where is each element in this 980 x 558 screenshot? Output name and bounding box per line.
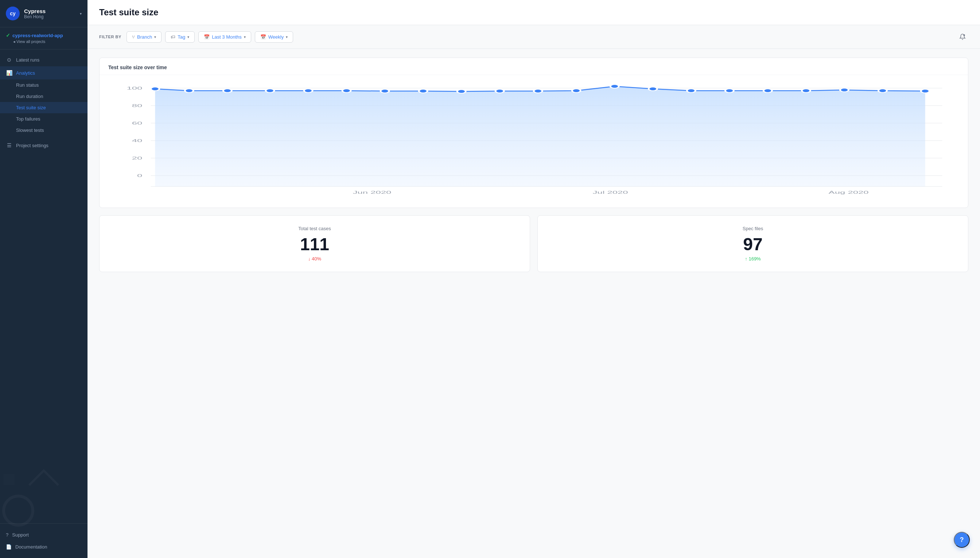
check-icon: ✓ xyxy=(6,33,10,38)
main-content: Test suite size FILTER BY ⑂ Branch ▾ 🏷 T… xyxy=(87,0,980,558)
svg-point-33 xyxy=(763,89,772,92)
sliders-icon: ☰ xyxy=(6,143,12,148)
frequency-filter-button[interactable]: 📅 Weekly ▾ xyxy=(255,31,293,43)
sidebar-item-top-failures[interactable]: Top failures xyxy=(0,113,87,125)
svg-marker-16 xyxy=(155,86,925,187)
total-test-cases-card: Total test cases 111 ↓ 40% xyxy=(99,215,530,272)
svg-point-36 xyxy=(878,89,887,92)
svg-point-31 xyxy=(687,89,695,92)
sidebar-item-test-suite-size[interactable]: Test suite size xyxy=(0,102,87,113)
spec-files-label: Spec files xyxy=(547,226,959,231)
chart-container: 0 20 40 60 80 100 xyxy=(99,75,968,208)
chevron-down-icon: ▾ xyxy=(286,35,288,39)
support-icon: ? xyxy=(6,532,8,538)
sidebar-item-project-settings[interactable]: ☰ Project settings xyxy=(0,139,87,152)
total-test-cases-value: 111 xyxy=(108,236,521,253)
spec-files-value: 97 xyxy=(547,236,959,253)
total-test-cases-change: ↓ 40% xyxy=(108,256,521,261)
analytics-sub-menu: Run status Run duration Test suite size … xyxy=(0,79,87,136)
view-all-projects[interactable]: ◂ View all projects xyxy=(6,39,82,44)
chart-svg: 0 20 40 60 80 100 xyxy=(108,81,959,197)
calendar-grid-icon: 📅 xyxy=(260,34,266,40)
stats-row: Total test cases 111 ↓ 40% Spec files 97… xyxy=(99,215,968,272)
chart-title: Test suite size over time xyxy=(99,58,968,75)
date-range-filter-button[interactable]: 📅 Last 3 Months ▾ xyxy=(198,31,251,43)
sidebar-item-latest-runs[interactable]: ⊙ Latest runs xyxy=(0,53,87,66)
svg-point-17 xyxy=(151,87,159,91)
svg-point-2 xyxy=(963,34,965,36)
chevron-down-icon: ▾ xyxy=(244,35,246,39)
svg-point-29 xyxy=(610,84,619,88)
svg-text:Jun 2020: Jun 2020 xyxy=(353,190,392,195)
document-icon: 📄 xyxy=(6,544,12,550)
sidebar-item-slowest-tests[interactable]: Slowest tests xyxy=(0,125,87,136)
tag-filter-button[interactable]: 🏷 Tag ▾ xyxy=(165,31,195,43)
svg-point-20 xyxy=(266,89,274,92)
spec-files-change: ↑ 169% xyxy=(547,256,959,261)
calendar-icon: 📅 xyxy=(204,34,210,40)
notifications-icon[interactable] xyxy=(957,31,968,43)
chart-card: Test suite size over time xyxy=(99,57,968,208)
svg-text:20: 20 xyxy=(132,156,143,160)
svg-text:Aug 2020: Aug 2020 xyxy=(829,190,869,195)
svg-point-21 xyxy=(304,89,313,92)
sidebar-header[interactable]: cy Cypress Ben Hong ▾ xyxy=(0,0,87,27)
sidebar-footer: ? Support 📄 Documentation xyxy=(0,524,87,558)
sidebar-item-run-duration[interactable]: Run duration xyxy=(0,91,87,102)
help-button[interactable]: ? xyxy=(954,532,970,548)
filter-bar: FILTER BY ⑂ Branch ▾ 🏷 Tag ▾ 📅 Last 3 Mo… xyxy=(87,25,980,49)
svg-point-25 xyxy=(457,90,466,93)
svg-point-37 xyxy=(921,89,929,93)
check-circle-icon: ⊙ xyxy=(6,57,12,62)
chevron-down-icon: ▾ xyxy=(188,35,189,39)
sidebar-item-run-status[interactable]: Run status xyxy=(0,79,87,91)
sidebar-app-name: Cypress xyxy=(24,8,76,14)
content-area: Test suite size over time xyxy=(87,49,980,281)
sidebar-item-analytics[interactable]: 📊 Analytics xyxy=(0,66,87,79)
svg-text:60: 60 xyxy=(132,121,143,125)
total-test-cases-label: Total test cases xyxy=(108,226,521,231)
project-name[interactable]: ✓ cypress-realworld-app xyxy=(6,33,82,38)
sidebar-nav: ⊙ Latest runs 📊 Analytics Run status Run… xyxy=(0,49,87,524)
svg-point-30 xyxy=(649,87,657,91)
svg-point-23 xyxy=(380,89,389,93)
tag-icon: 🏷 xyxy=(171,34,175,40)
svg-point-26 xyxy=(496,89,504,93)
sidebar: cy Cypress Ben Hong ▾ ✓ cypress-realworl… xyxy=(0,0,87,558)
svg-point-19 xyxy=(223,89,232,92)
page-header: Test suite size xyxy=(87,0,980,25)
svg-text:40: 40 xyxy=(132,138,143,143)
chart-icon: 📊 xyxy=(6,70,12,76)
page-title: Test suite size xyxy=(99,7,968,18)
sidebar-title-group: Cypress Ben Hong xyxy=(24,8,76,19)
svg-point-22 xyxy=(343,89,351,92)
sidebar-item-documentation[interactable]: 📄 Documentation xyxy=(0,541,87,553)
branch-filter-button[interactable]: ⑂ Branch ▾ xyxy=(127,31,161,43)
chevron-down-icon: ▾ xyxy=(80,11,82,16)
svg-point-24 xyxy=(419,89,427,93)
svg-text:0: 0 xyxy=(137,173,142,178)
sidebar-logo: cy xyxy=(6,7,20,20)
sidebar-project: ✓ cypress-realworld-app ◂ View all proje… xyxy=(0,27,87,49)
svg-point-34 xyxy=(802,89,810,92)
chevron-down-icon: ▾ xyxy=(154,35,156,39)
sidebar-user-name: Ben Hong xyxy=(24,14,76,19)
svg-point-27 xyxy=(534,89,542,93)
spec-files-card: Spec files 97 ↑ 169% xyxy=(537,215,968,272)
svg-text:Jul 2020: Jul 2020 xyxy=(593,190,628,195)
filter-by-label: FILTER BY xyxy=(99,34,122,39)
branch-icon: ⑂ xyxy=(132,34,135,40)
svg-point-35 xyxy=(840,88,848,92)
svg-point-28 xyxy=(572,89,580,92)
svg-text:100: 100 xyxy=(127,86,143,90)
svg-text:80: 80 xyxy=(132,103,143,108)
svg-point-32 xyxy=(725,89,733,92)
sidebar-item-support[interactable]: ? Support xyxy=(0,529,87,541)
svg-point-18 xyxy=(185,89,193,92)
